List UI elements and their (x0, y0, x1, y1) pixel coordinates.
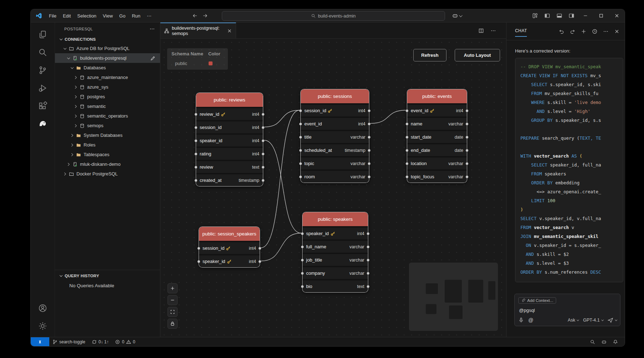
menu-run[interactable]: Run (129, 12, 144, 20)
toggle-secondary-sidebar-icon[interactable] (565, 9, 578, 22)
problems-item[interactable]: 0 0 (112, 337, 138, 346)
er-column-row[interactable]: session_id int4 (199, 242, 260, 254)
connection-point-right[interactable] (367, 259, 369, 261)
er-table-header[interactable]: public: sessions (301, 89, 369, 103)
connection-point-right[interactable] (466, 136, 468, 138)
er-table-header[interactable]: public: reviews (196, 93, 263, 107)
connection-point-right[interactable] (466, 123, 468, 125)
connection-point-right[interactable] (262, 166, 264, 168)
menu-selection[interactable]: Selection (74, 12, 99, 20)
tree-item-azure-db-for-postgresql[interactable]: Azure DB for PostgreSQL (55, 44, 160, 53)
er-column-row[interactable]: session_id int4 (301, 105, 369, 116)
connection-point-left[interactable] (301, 285, 304, 288)
connection-point-right[interactable] (368, 109, 370, 112)
connection-point-right[interactable] (466, 175, 468, 178)
chevron-right-icon[interactable] (73, 114, 79, 119)
chevron-right-icon[interactable] (73, 94, 79, 99)
er-column-row[interactable]: scheduled_at timestamp (301, 144, 369, 156)
er-column-row[interactable]: topic_focus varchar (407, 171, 467, 183)
new-chat-icon[interactable] (579, 27, 588, 36)
chevron-down-icon[interactable] (62, 46, 68, 51)
er-table-public-speakers[interactable]: public: speakers speaker_id int4 full_na… (302, 212, 368, 293)
connection-point-left[interactable] (406, 109, 408, 112)
connection-point-right[interactable] (367, 272, 369, 274)
more-actions-icon[interactable] (149, 26, 155, 32)
connection-point-left[interactable] (406, 123, 408, 125)
chevron-down-icon[interactable] (69, 65, 75, 70)
connection-point-right[interactable] (367, 285, 369, 288)
chevron-right-icon[interactable] (73, 75, 79, 80)
activity-item-settings[interactable] (34, 317, 51, 335)
toggle-primary-sidebar-icon[interactable] (541, 9, 553, 22)
er-column-row[interactable]: full_name varchar (303, 241, 368, 253)
connection-point-right[interactable] (368, 162, 370, 165)
redo-icon[interactable] (568, 27, 577, 36)
connection-point-left[interactable] (301, 232, 304, 235)
tree-item-buildevents-postgresql[interactable]: buildevents-postgresql (55, 53, 160, 63)
refresh-button[interactable]: Refresh (413, 49, 446, 61)
connection-point-left[interactable] (195, 166, 197, 168)
forward-arrow-icon[interactable] (202, 13, 208, 19)
er-column-row[interactable]: end_date date (407, 144, 467, 156)
chat-prompt-input[interactable]: @pgsql (518, 304, 616, 317)
chevron-right-icon[interactable] (69, 152, 75, 157)
editor-more-actions-icon[interactable] (490, 28, 496, 34)
fit-view-button[interactable] (168, 307, 178, 317)
chevron-right-icon[interactable] (69, 133, 75, 138)
query-history-header[interactable]: QUERY HISTORY (55, 272, 160, 280)
minimize-button[interactable] (578, 9, 593, 22)
connection-point-left[interactable] (406, 136, 408, 138)
close-chat-icon[interactable] (613, 27, 621, 36)
menu-more[interactable]: ⋯ (144, 12, 155, 20)
tree-item-semantic[interactable]: semantic (55, 101, 160, 111)
auto-layout-button[interactable]: Auto Layout (455, 49, 500, 61)
activity-item-postgresql[interactable] (34, 115, 51, 133)
connection-point-left[interactable] (301, 272, 304, 274)
er-column-row[interactable]: speaker_id int4 (196, 135, 263, 146)
er-column-row[interactable]: room varchar (301, 171, 369, 183)
er-column-row[interactable]: job_title varchar (303, 254, 368, 266)
connection-point-right[interactable] (367, 232, 369, 235)
connection-point-right[interactable] (466, 162, 468, 165)
er-column-row[interactable]: bio text (303, 280, 368, 292)
activity-item-source-control[interactable] (34, 61, 51, 79)
connection-point-left[interactable] (406, 175, 408, 178)
sync-item[interactable]: 0↓ 1↑ (89, 337, 112, 346)
connection-point-right[interactable] (466, 109, 468, 112)
add-context-button[interactable]: Add Context... (518, 297, 556, 304)
chat-more-icon[interactable] (601, 27, 610, 36)
customize-layout-icon[interactable] (529, 9, 541, 22)
connection-point-left[interactable] (195, 126, 197, 129)
activity-item-explorer[interactable] (34, 25, 51, 43)
connection-point-left[interactable] (198, 260, 200, 263)
close-tab-icon[interactable] (227, 28, 232, 34)
remote-indicator[interactable] (31, 337, 49, 346)
connection-point-left[interactable] (195, 139, 197, 142)
er-column-row[interactable]: event_id int4 (301, 118, 369, 130)
connection-point-right[interactable] (368, 175, 370, 178)
menu-edit[interactable]: Edit (60, 12, 74, 20)
connection-point-left[interactable] (195, 153, 197, 155)
edit-connection-icon[interactable] (150, 55, 156, 61)
tree-item-azure-maintenance[interactable]: azure_maintenance (55, 73, 160, 82)
connections-section-header[interactable]: CONNECTIONS (55, 35, 160, 44)
er-column-row[interactable]: session_id int4 (196, 121, 263, 133)
toggle-panel-icon[interactable] (553, 9, 565, 22)
connection-point-right[interactable] (262, 126, 264, 129)
er-column-row[interactable]: review text (196, 161, 263, 173)
chevron-right-icon[interactable] (73, 85, 79, 90)
er-column-row[interactable]: speaker_id int4 (303, 228, 368, 239)
tree-item-databases[interactable]: Databases (55, 63, 160, 73)
connection-point-left[interactable] (299, 109, 302, 112)
er-column-row[interactable]: location varchar (407, 158, 467, 169)
er-table-public-session-speakers[interactable]: public: session_speakers session_id int4… (199, 227, 260, 268)
er-column-row[interactable]: review_id int4 (196, 108, 263, 120)
tree-item-semops[interactable]: semops (55, 121, 160, 130)
zoom-in-button[interactable] (168, 283, 178, 293)
tab-schema-visualization[interactable]: buildevents-postgresql: semops (160, 23, 236, 38)
er-column-row[interactable]: company varchar (303, 267, 368, 279)
activity-item-search[interactable] (34, 43, 51, 61)
connection-point-right[interactable] (368, 136, 370, 138)
er-column-row[interactable]: name varchar (407, 118, 467, 130)
chat-input-box[interactable]: Add Context... @pgsql @ Ask GPT-4.1 (514, 294, 620, 326)
